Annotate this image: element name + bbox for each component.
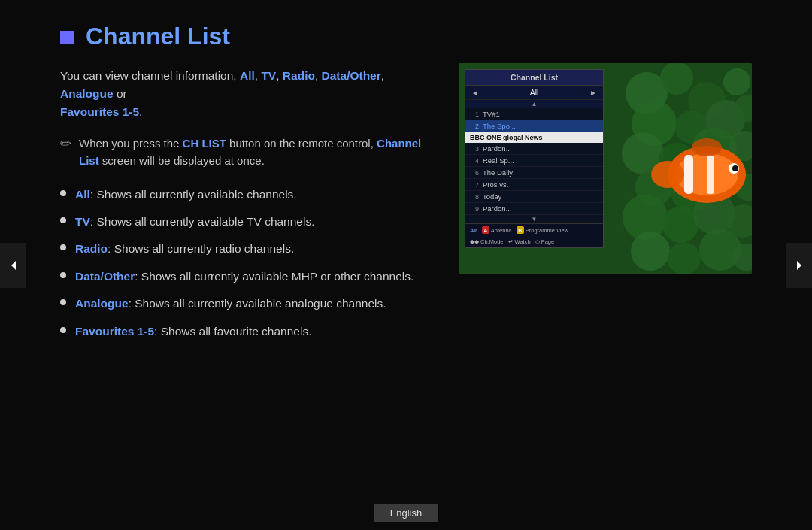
language-button[interactable]: English xyxy=(374,504,439,522)
list-item: Data/Other: Shows all currently availabl… xyxy=(60,268,436,285)
text-section: You can view channel information, All, T… xyxy=(60,67,436,485)
note-text: When you press the CH LIST button on the… xyxy=(79,135,436,170)
cl-antenna-item: A Antenna xyxy=(482,226,512,234)
svg-point-33 xyxy=(651,161,684,188)
content-area: You can view channel information, All, T… xyxy=(60,67,752,485)
cl-watch-item: ↵ Watch xyxy=(508,238,531,245)
channel-list-overlay: Channel List ◄ All ► ▲ 1 TV#1 xyxy=(465,69,604,248)
list-item: Favourites 1-5: Shows all favourite chan… xyxy=(60,323,436,340)
list-item: TV: Shows all currently available TV cha… xyxy=(60,214,436,230)
radio-link: Radio xyxy=(283,69,315,82)
svg-rect-30 xyxy=(707,155,714,194)
badge-a: A xyxy=(482,226,489,234)
bullet-dot xyxy=(60,244,66,250)
all-link: All xyxy=(240,69,255,82)
cl-row-1: 1 TV#1 xyxy=(465,108,603,120)
svg-point-23 xyxy=(631,232,670,271)
cl-row-9: 9 Pardon... xyxy=(465,203,603,215)
channel-list-link: Channel List xyxy=(79,137,421,167)
note-icon: ✏ xyxy=(60,135,71,152)
svg-rect-29 xyxy=(684,155,693,194)
svg-point-4 xyxy=(660,63,693,95)
favourites-link: Favourites 1-5 xyxy=(60,105,139,118)
svg-point-34 xyxy=(692,138,722,156)
cl-header: Channel List xyxy=(465,70,603,86)
cl-row-2: 2 The Spo... xyxy=(465,120,603,132)
list-item: Analogue: Shows all currently available … xyxy=(60,295,436,312)
bullet-text: Data/Other: Shows all currently availabl… xyxy=(75,268,414,285)
bullet-dot xyxy=(60,299,66,305)
analogue-link: Analogue xyxy=(60,87,114,100)
channel-list-screenshot: Channel List ◄ All ► ▲ 1 TV#1 xyxy=(459,63,752,274)
title-square-icon xyxy=(60,31,74,44)
title-row: Channel List xyxy=(60,23,752,50)
cl-row-3: 3 Pardon... xyxy=(465,143,603,155)
cl-programme-item: B Programme View xyxy=(517,226,568,234)
cl-tooltip: BBC ONE glogal News xyxy=(465,132,603,143)
tv-link: TV xyxy=(261,69,276,82)
svg-point-32 xyxy=(732,165,738,171)
cl-row-4: 4 Real Sp... xyxy=(465,155,603,167)
ch-list-highlight: CH LIST xyxy=(183,137,226,150)
intro-paragraph: You can view channel information, All, T… xyxy=(60,67,436,121)
svg-point-24 xyxy=(668,242,701,274)
bullet-dot xyxy=(60,327,66,333)
cl-scroll-down: ▼ xyxy=(465,215,603,223)
bullet-list: All: Shows all currently available chann… xyxy=(60,186,436,341)
list-item: All: Shows all currently available chann… xyxy=(60,186,436,203)
note-box: ✏ When you press the CH LIST button on t… xyxy=(60,135,436,170)
bullet-dot xyxy=(60,272,66,278)
cl-air-label: Air xyxy=(470,227,477,234)
cl-nav-label: All xyxy=(530,88,539,97)
bullet-text: Analogue: Shows all currently available … xyxy=(75,295,386,312)
page-title: Channel List xyxy=(86,23,230,50)
cl-row-6: 6 The Daily xyxy=(465,167,603,179)
bullet-text: Favourites 1-5: Shows all favourite chan… xyxy=(75,323,311,340)
cl-row-8: 8 Today xyxy=(465,191,603,203)
badge-b: B xyxy=(517,226,524,234)
main-content: Channel List You can view channel inform… xyxy=(0,0,812,530)
cl-title: Channel List xyxy=(511,73,558,82)
list-item: Radio: Shows all currently radio channel… xyxy=(60,241,436,257)
bullet-dot xyxy=(60,217,66,223)
cl-nav-row: ◄ All ► xyxy=(465,86,603,100)
bullet-dot xyxy=(60,190,66,196)
dataother-link: Data/Other xyxy=(322,69,381,82)
bullet-text: TV: Shows all currently available TV cha… xyxy=(75,214,314,230)
cl-scroll-up: ▲ xyxy=(465,100,603,108)
cl-left-arrow: ◄ xyxy=(471,89,479,97)
bullet-text: Radio: Shows all currently radio channel… xyxy=(75,241,294,257)
svg-point-6 xyxy=(723,68,750,95)
screenshot-background: Channel List ◄ All ► ▲ 1 TV#1 xyxy=(459,63,752,274)
bottom-bar: English xyxy=(0,504,812,522)
cl-bottom-bar: Air A Antenna B Programme View ◆◆ Ch.Mod… xyxy=(465,223,603,247)
svg-point-20 xyxy=(662,207,698,243)
bullet-text: All: Shows all currently available chann… xyxy=(75,186,297,203)
cl-chmode-item: ◆◆ Ch.Mode xyxy=(470,238,504,245)
cl-right-arrow: ► xyxy=(589,89,597,97)
cl-page-item: ◇ Page xyxy=(535,238,555,245)
cl-row-7: 7 Pros vs. xyxy=(465,179,603,191)
